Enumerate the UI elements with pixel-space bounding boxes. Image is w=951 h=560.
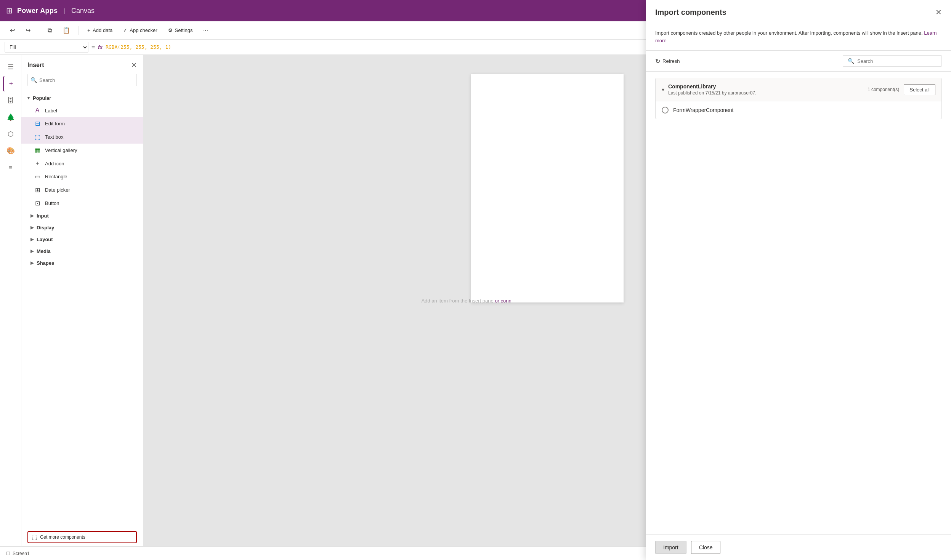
button-icon: ⊡ <box>34 200 41 207</box>
canvas-hint-text: Add an item from the Insert pane <box>421 298 495 304</box>
canvas-surface <box>471 74 624 302</box>
date-picker-icon: ⊞ <box>34 186 41 194</box>
import-desc-text: Import components created by other peopl… <box>655 30 923 36</box>
component-item: FormWrapperComponent <box>656 101 941 119</box>
layout-chevron: ▶ <box>30 237 34 242</box>
screen-label: Screen1 <box>13 551 30 556</box>
display-category[interactable]: ▶ Display <box>21 222 143 234</box>
add-data-button[interactable]: + Add data <box>83 25 116 36</box>
insert-close-button[interactable]: ✕ <box>131 61 137 69</box>
checker-icon: ✓ <box>123 27 127 33</box>
import-close-button[interactable]: ✕ <box>935 8 942 17</box>
edit-form-item[interactable]: ⊟ Edit form <box>21 117 143 130</box>
sidebar-icons: ☰ + 🗄 🌲 ⬡ 🎨 ≡ <box>0 55 21 546</box>
popular-chevron-icon: ▾ <box>27 96 30 101</box>
input-category[interactable]: ▶ Input <box>21 210 143 222</box>
insert-panel-title: Insert <box>27 62 44 69</box>
vertical-gallery-item[interactable]: ▦ Vertical gallery <box>21 144 143 157</box>
label-item[interactable]: A Label <box>21 104 143 117</box>
import-button[interactable]: Import <box>655 541 686 554</box>
label-item-text: Label <box>45 108 57 114</box>
app-checker-label: App checker <box>130 27 157 33</box>
paste-button[interactable]: 📋 <box>59 24 74 36</box>
paste-icon: 📋 <box>63 27 70 34</box>
popular-section: ▾ Popular A Label ⊟ Edit form ⬚ Text box… <box>21 92 143 210</box>
sidebar-icon-menu[interactable]: ☰ <box>3 59 18 75</box>
input-chevron: ▶ <box>30 213 34 218</box>
edit-form-icon: ⊟ <box>34 120 41 127</box>
component-name: FormWrapperComponent <box>673 107 733 113</box>
media-label: Media <box>37 248 51 254</box>
component-radio[interactable] <box>662 107 669 114</box>
canvas-hint-link[interactable]: or conn <box>495 298 511 304</box>
add-data-label: Add data <box>93 27 112 33</box>
title-separator: | <box>64 8 65 14</box>
more-button[interactable]: ⋯ <box>199 25 212 35</box>
waffle-icon[interactable]: ⊞ <box>6 6 13 15</box>
vertical-gallery-text: Vertical gallery <box>45 147 77 153</box>
close-button[interactable]: Close <box>691 541 721 554</box>
add-data-icon: + <box>87 27 90 34</box>
fill-selector[interactable]: Fill <box>5 42 88 53</box>
app-checker-button[interactable]: ✓ App checker <box>119 25 161 35</box>
input-label: Input <box>37 213 49 219</box>
import-content: ▾ ComponentLibrary Last published on 7/1… <box>646 72 951 534</box>
component-count: 1 component(s) <box>868 87 899 92</box>
media-chevron: ▶ <box>30 249 34 254</box>
shapes-label: Shapes <box>37 260 54 266</box>
sidebar-icon-data[interactable]: 🗄 <box>3 93 18 108</box>
display-chevron: ▶ <box>30 225 34 230</box>
select-all-button[interactable]: Select all <box>904 84 935 95</box>
edit-form-text: Edit form <box>45 121 65 126</box>
rectangle-item[interactable]: ▭ Rectangle <box>21 170 143 183</box>
library-text: ComponentLibrary Last published on 7/15/… <box>668 83 757 96</box>
sidebar-icon-variables[interactable]: ≡ <box>3 160 18 175</box>
rectangle-icon: ▭ <box>34 173 41 180</box>
settings-label: Settings <box>175 27 193 33</box>
get-more-label: Get more components <box>40 534 85 540</box>
label-icon: A <box>34 107 41 114</box>
text-box-item[interactable]: ⬚ Text box <box>21 130 143 144</box>
insert-search-input[interactable] <box>27 74 137 86</box>
screen-item[interactable]: ☐ Screen1 <box>6 551 30 556</box>
import-panel: Import components ✕ Import components cr… <box>646 0 951 560</box>
canvas-hint: Add an item from the Insert pane or conn <box>421 298 511 304</box>
sidebar-icon-components[interactable]: ⬡ <box>3 126 18 142</box>
import-search-input[interactable] <box>857 58 937 64</box>
undo-button[interactable]: ↩ <box>6 24 19 36</box>
text-box-text: Text box <box>45 134 63 140</box>
sidebar-icon-media[interactable]: 🎨 <box>3 143 18 158</box>
get-more-components-button[interactable]: ⬚ Get more components <box>27 531 137 543</box>
library-chevron-icon[interactable]: ▾ <box>662 86 664 93</box>
popular-category[interactable]: ▾ Popular <box>21 92 143 104</box>
button-text: Button <box>45 200 59 206</box>
rectangle-text: Rectangle <box>45 174 67 179</box>
insert-list: ▾ Popular A Label ⊟ Edit form ⬚ Text box… <box>21 91 143 528</box>
add-icon-icon: + <box>34 160 41 167</box>
settings-button[interactable]: ⚙ Settings <box>164 25 197 35</box>
library-header: ▾ ComponentLibrary Last published on 7/1… <box>656 78 941 101</box>
library-name: ComponentLibrary <box>668 83 757 90</box>
import-title: Import components <box>655 8 726 17</box>
sidebar-icon-tree[interactable]: 🌲 <box>3 110 18 125</box>
date-picker-item[interactable]: ⊞ Date picker <box>21 183 143 197</box>
layout-category[interactable]: ▶ Layout <box>21 234 143 245</box>
media-category[interactable]: ▶ Media <box>21 245 143 257</box>
shapes-category[interactable]: ▶ Shapes <box>21 257 143 269</box>
refresh-button[interactable]: ↻ Refresh <box>655 58 680 65</box>
undo-icon: ↩ <box>10 27 15 34</box>
copy-button[interactable]: ⧉ <box>44 25 56 36</box>
refresh-label: Refresh <box>662 58 680 64</box>
add-icon-item[interactable]: + Add icon <box>21 157 143 170</box>
app-title: Power Apps <box>17 7 58 15</box>
date-picker-text: Date picker <box>45 187 70 193</box>
redo-button[interactable]: ↪ <box>22 24 34 36</box>
layout-label: Layout <box>37 237 53 242</box>
insert-panel-header: Insert ✕ <box>21 55 143 72</box>
import-header: Import components ✕ <box>646 0 951 23</box>
sidebar-icon-insert[interactable]: + <box>3 76 18 91</box>
insert-search-container: 🔍 <box>27 74 137 86</box>
vertical-gallery-icon: ▦ <box>34 147 41 154</box>
button-item[interactable]: ⊡ Button <box>21 197 143 210</box>
screen-checkbox: ☐ <box>6 551 10 556</box>
